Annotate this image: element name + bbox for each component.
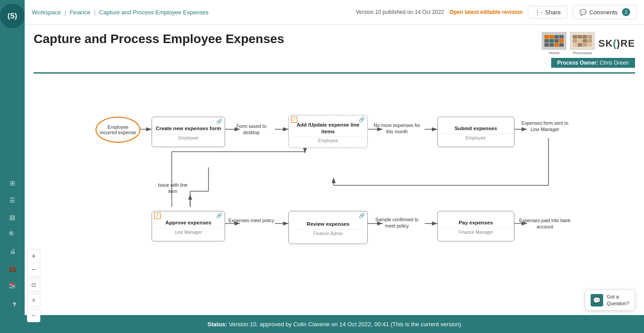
processes-thumbnail[interactable] (570, 32, 595, 50)
approve-label: Approve expenses (165, 219, 211, 226)
create-form-role: Employee (155, 134, 222, 140)
review-role: Finance Admin (292, 229, 365, 236)
main-content: Workspace | Finance | Capture and Proces… (25, 0, 644, 333)
breadcrumb-current: Capture and Process Employee Expenses (99, 9, 209, 16)
no-more-label: No more expenses for this month (370, 123, 424, 135)
zoom-out-button[interactable]: − (27, 263, 40, 276)
title-separator (34, 72, 635, 74)
sidebar-icon-briefcase[interactable]: 💼 (4, 261, 22, 276)
comments-badge: 2 (622, 8, 630, 16)
add-update-check-icon: ✓ (291, 117, 297, 123)
zoom-arrow-button[interactable]: ↔ (27, 309, 40, 322)
comments-icon: 💬 (579, 9, 587, 16)
create-form-label: Create new expenses form (156, 125, 221, 132)
review-link-icon: 🔗 (359, 213, 365, 219)
expenses-sent-label: Expenses form sent to Line Manager (518, 120, 572, 132)
zoom-in-button[interactable]: + (27, 250, 40, 263)
create-form-box[interactable]: 🔗 Create new expenses form Employee (152, 117, 225, 147)
expenses-paid-label: Expenses paid into bank account (518, 218, 572, 230)
expenses-meet-label: Expenses meet policy (228, 218, 275, 224)
add-update-box[interactable]: 🔗 ✓ Add /Update expense line items Emplo… (288, 115, 368, 148)
start-label: Employee incurred expense (99, 124, 137, 135)
add-update-label: Add /Update expense line items (292, 122, 365, 135)
open-latest-link[interactable]: Open latest editable revision (449, 9, 522, 15)
title-icons-row: Home Processes (542, 32, 635, 55)
content-area: Capture and Process Employee Expenses (25, 25, 644, 333)
status-label: Status: (208, 321, 227, 328)
start-node[interactable]: Employee incurred expense (96, 117, 140, 143)
home-label: Home (549, 51, 560, 55)
help-button[interactable]: ? (8, 298, 21, 311)
approve-role: Line Manager (155, 228, 222, 235)
question-label: Got aQuestion? (607, 294, 629, 307)
breadcrumb-sep-1: | (65, 9, 66, 16)
breadcrumb-finance[interactable]: Finance (70, 9, 90, 16)
create-form-link-icon: 🔗 (216, 118, 222, 124)
zoom-lines-button[interactable]: ≡ (27, 294, 40, 307)
process-owner-name: Chris Green (600, 60, 629, 66)
sidebar-icon-search[interactable]: 🔍 (4, 227, 22, 241)
sidebar-icon-books[interactable]: 📚 (4, 278, 22, 293)
sidebar-icon-print[interactable]: 🖨 (4, 244, 22, 259)
page-title-row: Capture and Process Employee Expenses (34, 32, 635, 68)
skore-logo: SK()RE (598, 38, 635, 49)
status-text: Version 10, approved by Colin Claverie o… (229, 321, 461, 328)
flow-container: Employee incurred expense 🔗 Create new e… (34, 80, 635, 311)
question-button[interactable]: 💬 Got aQuestion? (585, 289, 635, 311)
sidebar-icon-grid[interactable]: ⊞ (4, 176, 22, 190)
add-update-link-icon: 🔗 (359, 117, 365, 123)
pay-role: Finance Manager (440, 228, 511, 235)
topbar: Workspace | Finance | Capture and Proces… (25, 0, 644, 25)
sidebar-bottom: ⊞ ☰ ▤ 🔍 🖨 💼 📚 › ? (4, 176, 22, 333)
submit-box[interactable]: Submit expenses Employee (437, 117, 514, 147)
add-update-role: Employee (292, 136, 365, 143)
processes-label: Processes (573, 51, 592, 55)
share-button[interactable]: ⋮⋅ Share (528, 6, 567, 19)
topbar-right: Version 10 published on 14 Oct 2022 Open… (356, 5, 637, 19)
status-bar: Status: Version 10, approved by Colin Cl… (25, 315, 644, 333)
breadcrumb-sep-2: | (94, 9, 95, 16)
review-box[interactable]: 🔗 Review expenses Finance Admin (288, 211, 368, 244)
app-logo: (S) (0, 4, 25, 28)
sample-confirmed-label: Sample confirmed to meet policy (370, 217, 424, 229)
approve-check-icon: ✓ (154, 213, 161, 219)
breadcrumb: Workspace | Finance | Capture and Proces… (32, 9, 209, 16)
approve-link-icon: 🔗 (216, 213, 222, 219)
share-icon: ⋮⋅ (535, 9, 542, 16)
diagram-area: Employee incurred expense 🔗 Create new e… (25, 75, 644, 315)
zoom-fit-button[interactable]: ⊡ (27, 278, 40, 292)
pay-label: Pay expenses (459, 219, 493, 226)
review-label: Review expenses (307, 221, 349, 228)
processes-thumbnail-wrap: Processes (570, 32, 595, 55)
home-thumbnail[interactable] (542, 32, 566, 50)
page-header: Capture and Process Employee Expenses (25, 25, 644, 75)
pay-box[interactable]: Pay expenses Finance Manager (437, 211, 514, 241)
submit-role: Employee (440, 134, 511, 140)
process-owner-label: Process Owner: (557, 60, 598, 66)
approve-box[interactable]: 🔗 ✓ Approve expenses Line Manager (152, 211, 225, 241)
version-text: Version 10 published on 14 Oct 2022 (356, 9, 444, 15)
form-saved-label: Form saved to desktop (228, 123, 275, 136)
issue-label: Issue with line item (155, 182, 191, 194)
process-owner-bar: Process Owner: Chris Green (551, 58, 635, 68)
sidebar: (S) ⊞ ☰ ▤ 🔍 🖨 💼 📚 › ? (0, 0, 25, 333)
submit-label: Submit expenses (455, 125, 497, 132)
zoom-controls: + − (27, 249, 40, 277)
header-right: Home Processes (542, 32, 635, 68)
breadcrumb-workspace[interactable]: Workspace (32, 9, 61, 16)
sidebar-icon-list[interactable]: ☰ (4, 193, 22, 207)
home-thumbnail-wrap: Home (542, 32, 566, 55)
question-icon: 💬 (591, 294, 603, 307)
sidebar-icon-doc[interactable]: ▤ (4, 210, 22, 224)
share-label: Share (545, 9, 561, 16)
page-title: Capture and Process Employee Expenses (34, 32, 284, 46)
comments-label: Comments (589, 9, 618, 16)
comments-button[interactable]: 💬 Comments 2 (573, 5, 637, 19)
